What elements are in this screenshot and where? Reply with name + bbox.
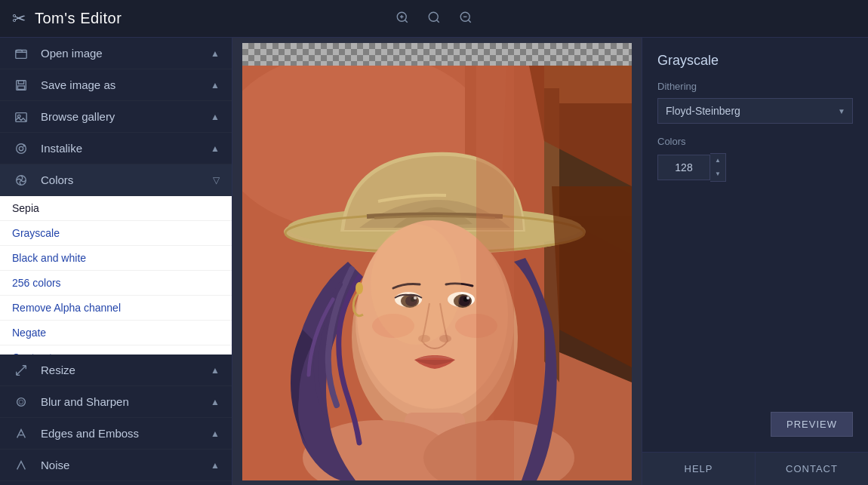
main: Open image ▲ Save image as ▲ bbox=[0, 38, 868, 485]
svg-rect-9 bbox=[16, 50, 26, 58]
folder-icon bbox=[12, 45, 30, 63]
svg-rect-11 bbox=[18, 80, 23, 84]
svg-rect-12 bbox=[18, 85, 25, 89]
spinbox-arrows: ▲ ▼ bbox=[710, 153, 726, 182]
sidebar-item-resize-arrow: ▲ bbox=[211, 365, 220, 376]
colors-label: Colors bbox=[657, 136, 853, 147]
panel-spacer bbox=[642, 194, 868, 406]
svg-point-4 bbox=[429, 12, 438, 21]
sidebar-item-instalike-arrow: ▲ bbox=[211, 143, 220, 154]
svg-point-16 bbox=[19, 146, 23, 150]
dithering-select[interactable]: Floyd-Steinberg Bayer Atkinson Ordered N… bbox=[657, 98, 853, 124]
sidebar-item-edges-label: Edges and Emboss bbox=[41, 427, 211, 440]
colors-section: Colors ▲ ▼ bbox=[642, 136, 868, 194]
header-tools bbox=[396, 9, 472, 29]
resize-icon bbox=[12, 361, 30, 379]
spinbox-down-button[interactable]: ▼ bbox=[710, 167, 725, 181]
colors-spinbox: ▲ ▼ bbox=[657, 153, 853, 182]
sidebar-item-noise[interactable]: Noise ▲ bbox=[0, 450, 232, 481]
panel-bottom-buttons: HELP CONTACT bbox=[642, 452, 868, 485]
spinbox-up-button[interactable]: ▲ bbox=[710, 154, 725, 167]
dropdown-item-grayscale[interactable]: Grayscale bbox=[0, 221, 232, 246]
svg-line-8 bbox=[469, 20, 471, 22]
gallery-icon bbox=[12, 108, 30, 126]
dithering-label: Dithering bbox=[657, 81, 853, 92]
svg-point-53 bbox=[356, 282, 363, 294]
sidebar-item-edges-arrow: ▲ bbox=[211, 428, 220, 439]
instalike-icon bbox=[12, 140, 30, 158]
dropdown-item-remove-alpha[interactable]: Remove Alpha channel bbox=[0, 296, 232, 321]
sidebar-item-blur-label: Blur and Sharpen bbox=[41, 395, 211, 408]
sidebar-item-browse-label: Browse gallery bbox=[41, 110, 211, 123]
sidebar-item-save-arrow: ▲ bbox=[211, 80, 220, 91]
image-container bbox=[242, 43, 632, 480]
svg-point-54 bbox=[371, 224, 461, 345]
colors-dropdown-list: Sepia Grayscale Black and white 256 colo… bbox=[0, 196, 232, 355]
sidebar-item-instalike[interactable]: Instalike ▲ bbox=[0, 133, 232, 164]
dithering-select-wrapper: Floyd-Steinberg Bayer Atkinson Ordered N… bbox=[657, 98, 853, 124]
zoom-in-icon[interactable] bbox=[396, 9, 409, 29]
sidebar-item-blur-arrow: ▲ bbox=[211, 397, 220, 407]
svg-point-48 bbox=[466, 296, 469, 299]
svg-line-3 bbox=[405, 20, 408, 22]
svg-point-19 bbox=[17, 398, 26, 406]
sidebar-item-edges-emboss[interactable]: Edges and Emboss ▲ bbox=[0, 418, 232, 450]
sidebar-item-colors-label: Colors bbox=[41, 173, 213, 186]
logo-icon: ✂ bbox=[12, 9, 26, 29]
dithering-section: Dithering Floyd-Steinberg Bayer Atkinson… bbox=[642, 81, 868, 136]
zoom-out-icon[interactable] bbox=[459, 9, 472, 29]
colors-input[interactable] bbox=[657, 155, 710, 180]
colors-dropdown: Sepia Grayscale Black and white 256 colo… bbox=[0, 196, 232, 355]
dropdown-item-sepia[interactable]: Sepia bbox=[0, 196, 232, 221]
sidebar-item-resize[interactable]: Resize ▲ bbox=[0, 355, 232, 386]
right-panel: Grayscale Dithering Floyd-Steinberg Baye… bbox=[642, 38, 868, 485]
sidebar: Open image ▲ Save image as ▲ bbox=[0, 38, 232, 485]
sidebar-item-blur-sharpen[interactable]: Blur and Sharpen ▲ bbox=[0, 386, 232, 418]
sidebar-item-save-image[interactable]: Save image as ▲ bbox=[0, 69, 232, 101]
preview-button[interactable]: PREVIEW bbox=[771, 412, 853, 437]
blur-icon bbox=[12, 393, 30, 411]
sidebar-item-noise-label: Noise bbox=[41, 459, 211, 471]
save-icon bbox=[12, 76, 30, 94]
canvas-image bbox=[242, 66, 632, 480]
colors-icon bbox=[12, 171, 30, 189]
sidebar-item-resize-label: Resize bbox=[41, 364, 211, 376]
sidebar-item-open-image-arrow: ▲ bbox=[211, 48, 220, 59]
sidebar-item-browse-arrow: ▲ bbox=[211, 112, 220, 122]
dropdown-item-black-white[interactable]: Black and white bbox=[0, 246, 232, 271]
svg-point-17 bbox=[23, 145, 25, 146]
dropdown-item-contrast[interactable]: Contrast bbox=[0, 345, 232, 355]
sidebar-item-instalike-label: Instalike bbox=[41, 142, 211, 155]
zoom-reset-icon[interactable] bbox=[427, 9, 441, 29]
sidebar-item-browse-gallery[interactable]: Browse gallery ▲ bbox=[0, 101, 232, 133]
header: ✂ Tom's Editor bbox=[0, 0, 868, 38]
sidebar-item-save-label: Save image as bbox=[41, 78, 211, 91]
edges-icon bbox=[12, 425, 30, 443]
sidebar-item-colors[interactable]: Colors ▽ bbox=[0, 164, 232, 196]
dropdown-item-negate[interactable]: Negate bbox=[0, 321, 232, 345]
help-button[interactable]: HELP bbox=[642, 453, 756, 485]
sidebar-item-open-image-label: Open image bbox=[41, 47, 211, 60]
contact-button[interactable]: CONTACT bbox=[756, 453, 868, 485]
sidebar-item-open-image[interactable]: Open image ▲ bbox=[0, 38, 232, 69]
svg-rect-55 bbox=[476, 66, 514, 480]
panel-title: Grayscale bbox=[642, 38, 868, 81]
canvas-area bbox=[232, 38, 642, 485]
svg-line-5 bbox=[437, 20, 439, 22]
svg-point-20 bbox=[19, 400, 23, 404]
dropdown-item-256-colors[interactable]: 256 colors bbox=[0, 271, 232, 296]
sidebar-item-noise-arrow: ▲ bbox=[211, 460, 220, 471]
app-title: Tom's Editor bbox=[35, 10, 122, 27]
svg-point-50 bbox=[439, 335, 451, 342]
sidebar-item-colors-arrow: ▽ bbox=[213, 175, 220, 186]
noise-icon bbox=[12, 456, 30, 474]
